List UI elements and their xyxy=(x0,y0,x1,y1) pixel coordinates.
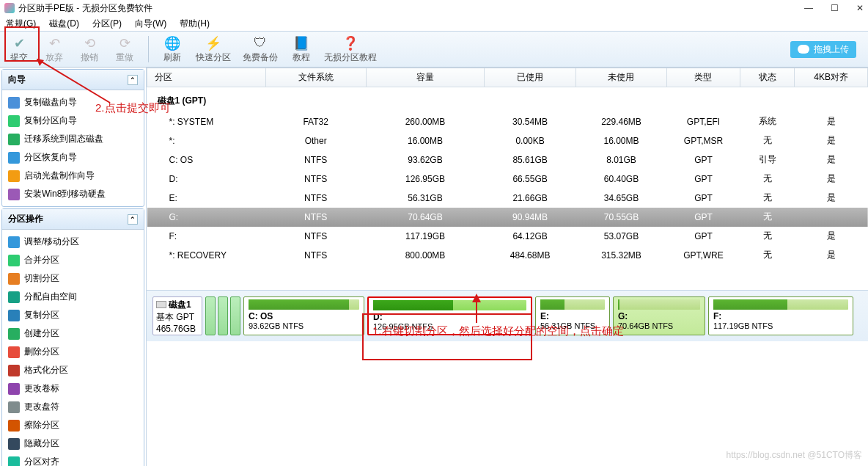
wizard-item[interactable]: 迁移系统到固态磁盘 xyxy=(2,130,144,148)
wizard-panel: 向导⌃ 复制磁盘向导复制分区向导迁移系统到固态磁盘分区恢复向导启动光盘制作向导安… xyxy=(1,69,144,207)
column-header[interactable]: 状态 xyxy=(740,68,795,87)
ops-item[interactable]: 合并分区 xyxy=(2,251,144,269)
undo-icon: ⟲ xyxy=(81,35,98,51)
ops-item[interactable]: 隐藏分区 xyxy=(2,434,144,453)
column-header[interactable]: 未使用 xyxy=(575,68,666,87)
disk-header: 磁盘1 (GPT) xyxy=(147,87,868,112)
wizard-item-label: 分区恢复向导 xyxy=(24,151,77,164)
ops-item-icon xyxy=(8,310,20,321)
redo-button[interactable]: ⟳重做 xyxy=(110,32,139,66)
ops-item-label: 删除分区 xyxy=(24,346,59,358)
upload-button[interactable]: 拖拽上传 xyxy=(790,41,856,58)
ops-item-icon xyxy=(8,236,20,248)
ops-item-icon xyxy=(8,291,20,303)
bolt-icon: ⚡ xyxy=(205,35,221,51)
menu-general[interactable]: 常规(G) xyxy=(6,18,36,30)
toolbar: ✔提交 ↶放弃 ⟲撤销 ⟳重做 🌐刷新 ⚡快速分区 🛡免费备份 📘教程 ❓无损分… xyxy=(0,31,868,68)
partition-segment[interactable]: C: OS93.62GB NTFS xyxy=(243,296,364,335)
ops-item-label: 调整/移动分区 xyxy=(24,236,79,248)
chevron-up-icon[interactable]: ⌃ xyxy=(128,214,138,225)
menu-disk[interactable]: 磁盘(D) xyxy=(49,18,79,30)
ops-item-label: 更改盘符 xyxy=(24,401,59,413)
quick-partition-button[interactable]: ⚡快速分区 xyxy=(193,32,234,66)
wizard-item[interactable]: 复制磁盘向导 xyxy=(2,93,144,112)
ops-item-icon xyxy=(8,346,20,358)
ops-item[interactable]: 调整/移动分区 xyxy=(2,233,144,251)
wizard-item-label: 安装Win8到移动硬盘 xyxy=(24,188,106,200)
table-row[interactable]: C: OSNTFS93.62GB85.61GB8.01GBGPT引导是 xyxy=(147,150,868,170)
lossless-tutorial-button[interactable]: ❓无损分区教程 xyxy=(322,32,379,66)
book-icon: 📘 xyxy=(293,35,309,51)
column-header[interactable]: 已使用 xyxy=(485,68,575,87)
ops-item-icon xyxy=(8,456,20,467)
column-header[interactable]: 容量 xyxy=(366,68,485,87)
disk-info[interactable]: 磁盘1 基本 GPT 465.76GB xyxy=(152,296,202,335)
column-header[interactable]: 分区 xyxy=(147,68,266,87)
partition-segment[interactable]: E:56.31GB NTFS xyxy=(535,296,610,335)
partition-table: 分区文件系统容量已使用未使用类型状态4KB对齐 磁盘1 (GPT) *: SYS… xyxy=(147,68,868,290)
toolbar-separator xyxy=(148,36,149,62)
undo-button[interactable]: ⟲撤销 xyxy=(75,32,104,66)
wizard-item[interactable]: 安装Win8到移动硬盘 xyxy=(2,185,144,203)
partition-segment[interactable]: F:117.19GB NTFS xyxy=(708,296,853,335)
tutorial-button[interactable]: 📘教程 xyxy=(287,32,316,66)
chevron-up-icon[interactable]: ⌃ xyxy=(128,75,138,85)
ops-item-label: 复制分区 xyxy=(24,309,59,321)
ops-item[interactable]: 复制分区 xyxy=(2,306,144,324)
wizard-panel-header[interactable]: 向导⌃ xyxy=(2,70,144,90)
ops-item[interactable]: 分配自由空间 xyxy=(2,288,144,306)
ops-item-icon xyxy=(8,365,20,376)
partition-segment[interactable]: D:126.95GB NTFS xyxy=(367,296,532,335)
ops-item-label: 合并分区 xyxy=(24,254,59,266)
ops-item[interactable]: 格式化分区 xyxy=(2,361,144,379)
wizard-item[interactable]: 启动光盘制作向导 xyxy=(2,167,144,185)
minimize-button[interactable]: — xyxy=(804,3,813,13)
ops-item[interactable]: 切割分区 xyxy=(2,269,144,288)
ops-item-icon xyxy=(8,255,20,266)
menu-wizard[interactable]: 向导(W) xyxy=(135,18,166,30)
ops-item[interactable]: 更改盘符 xyxy=(2,398,144,416)
wizard-item[interactable]: 分区恢复向导 xyxy=(2,148,144,167)
backup-button[interactable]: 🛡免费备份 xyxy=(240,32,281,66)
partition-segment[interactable]: G:70.64GB NTFS xyxy=(613,296,705,335)
help-icon: ❓ xyxy=(342,35,358,51)
column-header[interactable]: 文件系统 xyxy=(265,68,366,87)
table-row[interactable]: G:NTFS70.64GB90.94MB70.55GBGPT无 xyxy=(147,208,868,227)
ops-panel-header[interactable]: 分区操作⌃ xyxy=(2,209,144,230)
small-partition[interactable] xyxy=(230,296,240,335)
small-partition[interactable] xyxy=(205,296,216,335)
ops-item[interactable]: 分区对齐 xyxy=(2,453,144,466)
table-row[interactable]: *: RECOVERYNTFS800.00MB484.68MB315.32MBG… xyxy=(147,246,868,265)
sidebar: 向导⌃ 复制磁盘向导复制分区向导迁移系统到固态磁盘分区恢复向导启动光盘制作向导安… xyxy=(0,68,147,466)
titlebar: 分区助手PE版 - 无损分区免费软件 — ☐ ✕ xyxy=(0,0,868,16)
discard-button[interactable]: ↶放弃 xyxy=(40,32,69,66)
redo-icon: ⟳ xyxy=(117,35,133,51)
table-row[interactable]: E:NTFS56.31GB21.66GB34.65GBGPT无是 xyxy=(147,189,868,208)
table-row[interactable]: D:NTFS126.95GB66.55GB60.40GBGPT无是 xyxy=(147,170,868,189)
commit-button[interactable]: ✔提交 xyxy=(4,32,34,66)
ops-item[interactable]: 删除分区 xyxy=(2,343,144,361)
menu-help[interactable]: 帮助(H) xyxy=(180,18,210,30)
refresh-button[interactable]: 🌐刷新 xyxy=(158,32,187,66)
ops-item[interactable]: 擦除分区 xyxy=(2,416,144,434)
column-header[interactable]: 类型 xyxy=(667,68,740,87)
table-row[interactable]: *: SYSTEMFAT32260.00MB30.54MB229.46MBGPT… xyxy=(147,112,868,131)
ops-item[interactable]: 更改卷标 xyxy=(2,379,144,398)
ops-item-icon xyxy=(8,383,20,395)
menu-partition[interactable]: 分区(P) xyxy=(92,18,122,30)
small-partition[interactable] xyxy=(218,296,228,335)
close-button[interactable]: ✕ xyxy=(856,3,864,13)
wizard-item-label: 迁移系统到固态磁盘 xyxy=(24,133,103,145)
wizard-item[interactable]: 复制分区向导 xyxy=(2,112,144,130)
ops-panel: 分区操作⌃ 调整/移动分区合并分区切割分区分配自由空间复制分区创建分区删除分区格… xyxy=(1,208,144,466)
table-row[interactable]: F:NTFS117.19GB64.12GB53.07GBGPT无是 xyxy=(147,227,868,246)
column-header[interactable]: 4KB对齐 xyxy=(795,68,868,87)
table-row[interactable]: *:Other16.00MB0.00KB16.00MBGPT,MSR无是 xyxy=(147,131,868,150)
check-icon: ✔ xyxy=(11,35,27,51)
ops-item-icon xyxy=(8,438,20,450)
ops-item[interactable]: 创建分区 xyxy=(2,324,144,343)
window-controls: — ☐ ✕ xyxy=(804,3,864,13)
menubar: 常规(G) 磁盘(D) 分区(P) 向导(W) 帮助(H) xyxy=(0,16,868,31)
maximize-button[interactable]: ☐ xyxy=(831,3,839,13)
ops-item-label: 擦除分区 xyxy=(24,419,59,432)
